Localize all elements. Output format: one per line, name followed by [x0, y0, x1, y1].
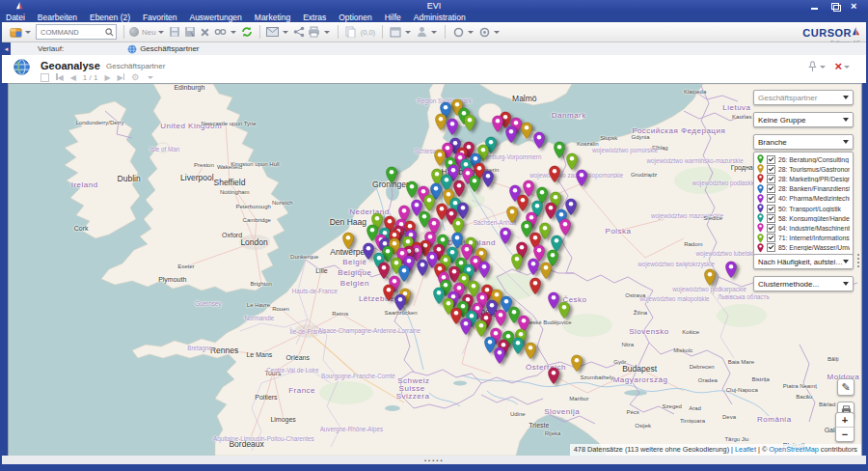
map-pin[interactable] — [492, 115, 504, 133]
menu-item-4[interactable]: Auswertungen — [189, 13, 241, 22]
zoom-in-button[interactable]: + — [836, 413, 854, 428]
map-pin[interactable] — [532, 131, 545, 150]
map-pin[interactable] — [517, 194, 529, 212]
menu-item-0[interactable]: Datei — [6, 13, 25, 22]
search-icon[interactable] — [105, 28, 114, 37]
cluster-method-dropdown[interactable]: Clustermethode... — [753, 276, 854, 291]
help-caret[interactable] — [494, 31, 500, 34]
last-record-icon[interactable]: ▶ — [118, 73, 125, 82]
pin-window-icon[interactable] — [807, 61, 818, 72]
window-layout-icon[interactable] — [389, 25, 402, 39]
delete-icon[interactable] — [199, 25, 212, 39]
pin-caret[interactable] — [820, 66, 826, 69]
map-pin[interactable] — [527, 258, 539, 276]
map-pin[interactable] — [495, 309, 507, 327]
command-input[interactable] — [39, 27, 105, 38]
map-pin[interactable] — [416, 259, 428, 277]
map-pin[interactable] — [505, 206, 518, 224]
map-pin[interactable] — [559, 218, 572, 236]
refresh-icon[interactable] — [240, 25, 254, 39]
prev-record-icon[interactable]: ◀ — [70, 73, 76, 82]
window-layout-caret[interactable] — [405, 31, 411, 34]
settings-gear-icon[interactable]: ⚙ — [131, 72, 139, 82]
first-record-icon[interactable]: ◀ — [56, 73, 64, 82]
sidebar-toggle[interactable]: ◂ — [2, 42, 11, 55]
map-pin[interactable] — [558, 301, 571, 319]
filter-dropdown-group[interactable]: Keine Gruppe — [753, 112, 854, 127]
legend-checkbox[interactable] — [767, 234, 775, 242]
save-icon[interactable] — [168, 25, 181, 39]
legend-checkbox[interactable] — [767, 184, 775, 193]
legend-checkbox[interactable] — [767, 155, 775, 164]
options-caret[interactable] — [468, 31, 474, 34]
user-icon[interactable] — [415, 25, 428, 39]
menu-item-1[interactable]: Bearbeiten — [38, 13, 77, 22]
legend-checkbox[interactable] — [767, 165, 775, 174]
legend-checkbox[interactable] — [767, 205, 775, 213]
map-pin[interactable] — [529, 277, 542, 295]
sort-dropdown[interactable]: Nach Häufigkeit, aufsteigend — [753, 254, 854, 269]
share-icon[interactable] — [292, 25, 306, 39]
map-pin[interactable] — [511, 337, 524, 355]
history-item-geschaeftspartner[interactable]: Geschäftspartner — [127, 44, 199, 54]
user-caret[interactable] — [431, 31, 437, 34]
new-caret[interactable] — [158, 31, 164, 34]
leaflet-link[interactable]: Leaflet — [735, 445, 756, 454]
find-icon[interactable] — [214, 25, 228, 39]
map-pin[interactable] — [500, 227, 512, 245]
new-button[interactable]: Neu — [129, 27, 156, 37]
legend-checkbox[interactable] — [767, 224, 775, 233]
map-pin[interactable] — [504, 125, 517, 144]
draw-button[interactable]: ✎ — [837, 378, 854, 396]
map-pin[interactable] — [481, 170, 494, 188]
map-pin[interactable] — [554, 141, 566, 159]
overview-icon[interactable] — [41, 73, 49, 82]
close-view-caret[interactable] — [844, 66, 850, 69]
app-menu-icon[interactable] — [9, 25, 22, 39]
map-pin[interactable] — [464, 114, 476, 132]
find-caret[interactable] — [231, 31, 236, 34]
map-pin[interactable] — [446, 118, 458, 136]
print-icon[interactable] — [308, 25, 321, 39]
next-record-icon[interactable]: ▶ — [104, 73, 110, 82]
map-pin[interactable] — [570, 354, 583, 373]
command-box[interactable] — [36, 24, 117, 40]
app-menu-caret[interactable] — [25, 31, 31, 34]
map-pin[interactable] — [724, 261, 737, 279]
print-caret[interactable] — [324, 31, 330, 34]
map-pin[interactable] — [341, 232, 354, 250]
legend-checkbox[interactable] — [767, 243, 775, 252]
map-pin[interactable] — [521, 122, 533, 140]
options-icon[interactable] — [451, 25, 465, 39]
map-pin[interactable] — [576, 169, 588, 187]
osm-link[interactable]: OpenStreetMap — [769, 445, 819, 454]
legend-checkbox[interactable] — [767, 194, 775, 203]
map-pin[interactable] — [703, 268, 716, 287]
panel-resize-handle[interactable] — [856, 254, 860, 279]
map-pin[interactable] — [525, 342, 537, 360]
mail-caret[interactable] — [283, 31, 288, 34]
menu-item-9[interactable]: Administration — [414, 13, 466, 22]
help-icon[interactable] — [477, 25, 491, 39]
menu-item-7[interactable]: Optionen — [339, 13, 372, 22]
menu-item-6[interactable]: Extras — [303, 13, 326, 22]
resize-dots-handle[interactable]: ••••• — [424, 457, 445, 463]
map-pin[interactable] — [494, 346, 506, 365]
map-pin[interactable] — [548, 165, 560, 183]
filter-dropdown-entity[interactable]: Geschäftspartner — [753, 90, 854, 105]
map-pin[interactable] — [393, 293, 406, 312]
menu-item-5[interactable]: Marketing — [255, 13, 290, 22]
map-pin[interactable] — [468, 175, 480, 193]
map-pin[interactable] — [547, 367, 559, 385]
menu-item-2[interactable]: Ebenen (2) — [90, 13, 130, 22]
legend-checkbox[interactable] — [767, 214, 775, 223]
legend-checkbox[interactable] — [767, 175, 775, 183]
map-pin[interactable] — [478, 261, 491, 279]
restore-button[interactable] — [830, 2, 840, 11]
map-pin[interactable] — [459, 318, 472, 336]
close-view-icon[interactable]: × — [834, 61, 842, 72]
map-pin[interactable] — [385, 166, 397, 184]
geo-map[interactable]: EdinburghLondonderry/DerryUnited Kingdom… — [8, 83, 862, 457]
mail-icon[interactable] — [266, 25, 280, 39]
zoom-out-button[interactable]: − — [836, 428, 854, 441]
